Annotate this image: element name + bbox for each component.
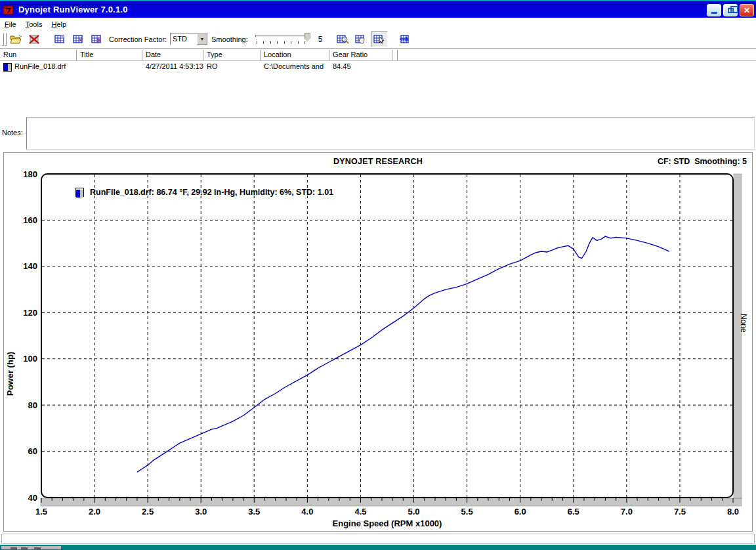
x-tick-label: 5.5 [461, 507, 473, 517]
x-axis-ruler [41, 498, 742, 506]
y-tick-label: 180 [23, 169, 37, 179]
graph-layout-1-button[interactable] [51, 32, 68, 47]
window-title: Dynojet RunViewer 7.0.1.0 [18, 5, 128, 14]
menu-bar: File Tools Help [0, 18, 756, 30]
correction-factor-dropdown[interactable]: STD ▼ [170, 33, 208, 45]
smoothing-slider-track[interactable] [255, 35, 309, 37]
correction-factor-value: STD [171, 33, 197, 45]
smoothing-slider-tick [277, 41, 278, 44]
column-header-gear-ratio[interactable]: Gear Ratio [329, 50, 392, 60]
x-tick-label: 4.0 [301, 507, 313, 517]
type-cell[interactable]: RO [203, 62, 261, 73]
y-tick-label: 40 [28, 493, 37, 503]
graph-layout-3-button[interactable] [88, 32, 105, 47]
smoothing-slider-tick [304, 41, 305, 44]
restore-button[interactable] [723, 4, 738, 16]
overlay-graph-button[interactable] [396, 32, 413, 47]
x-axis-label: Engine Speed (RPM x1000) [41, 518, 733, 528]
title-cell[interactable] [77, 62, 142, 73]
zoom-magnifier-icon [336, 33, 349, 45]
date-cell[interactable]: 4/27/2011 4:53:13 [142, 62, 203, 73]
graph-layout-2-button[interactable] [70, 32, 87, 47]
close-button[interactable]: ✕ [740, 4, 754, 16]
close-run-button[interactable] [26, 32, 43, 47]
chart-panel: DYNOJET RESEARCH CF: STD Smoothing: 5 1.… [3, 152, 753, 532]
run-list-header: Run Title Date Type Location Gear Ratio [0, 50, 756, 61]
pan-hand-icon [354, 33, 368, 45]
x-tick-label: 7.5 [674, 507, 686, 517]
y-tick-label: 80 [28, 400, 37, 410]
x-tick-label: 1.5 [35, 507, 47, 517]
legend-text: RunFile_018.drf: 86.74 °F, 29.92 in-Hg, … [90, 188, 333, 197]
select-graph-button[interactable] [371, 32, 388, 47]
smoothing-value: 5 [318, 35, 323, 44]
x-tick-label: 2.5 [142, 507, 154, 517]
x-tick-label: 3.5 [248, 507, 260, 517]
smoothing-slider-tick [263, 41, 264, 44]
pan-graph-button[interactable] [352, 32, 369, 47]
x-tick-label: 3.0 [195, 507, 207, 517]
right-axis-label: None [739, 314, 748, 366]
notes-input[interactable] [26, 117, 755, 150]
status-bar [1, 534, 755, 544]
column-header-type[interactable]: Type [203, 50, 261, 60]
minimize-icon [711, 12, 717, 14]
overlay-graph-icon [398, 33, 411, 45]
toolbar-separator [47, 32, 47, 47]
zoom-graph-button[interactable] [334, 32, 351, 47]
menu-help[interactable]: Help [47, 19, 71, 30]
run-filename: RunFile_018.drf [14, 62, 66, 70]
column-header-run[interactable]: Run [0, 50, 77, 60]
dynojet-logo-icon [3, 4, 14, 16]
smoothing-slider-tick [270, 41, 271, 44]
location-cell[interactable]: C:\Documents and [261, 62, 329, 73]
open-folder-icon [9, 33, 22, 45]
taskbar-start-partial[interactable] [1, 545, 61, 549]
column-header-date[interactable]: Date [142, 50, 203, 60]
x-tick-label: 6.0 [514, 507, 526, 517]
run-color-swatch [3, 63, 12, 72]
column-header-title[interactable]: Title [77, 50, 142, 60]
minimize-button[interactable] [707, 4, 721, 16]
smoothing-slider-tick [291, 41, 291, 44]
graph-layout-3-icon [90, 33, 103, 45]
menu-file[interactable]: File [0, 19, 21, 30]
restore-icon [728, 8, 734, 13]
menu-tools[interactable]: Tools [21, 19, 47, 30]
x-tick-label: 8.0 [727, 507, 739, 517]
notes-label: Notes: [2, 129, 23, 137]
window-controls: ✕ [707, 4, 754, 16]
toolbar-separator [392, 32, 392, 47]
y-axis-label: Power (hp) [5, 284, 15, 396]
chevron-down-icon[interactable]: ▼ [197, 33, 207, 45]
y-tick-label: 140 [23, 261, 37, 271]
y-tick-label: 100 [23, 354, 37, 364]
smoothing-label: Smoothing: [211, 35, 248, 43]
y-tick-label: 160 [23, 215, 37, 225]
close-run-icon [28, 33, 41, 45]
toolbar-grip[interactable] [5, 33, 7, 46]
taskbar-sliver[interactable] [0, 545, 756, 550]
smoothing-slider-tick [298, 41, 299, 44]
smoothing-slider-tick [257, 41, 257, 44]
title-bar[interactable]: Dynojet RunViewer 7.0.1.0 ✕ [0, 1, 756, 18]
y-tick-label: 120 [23, 308, 37, 318]
column-header-filler [392, 50, 398, 60]
toolbar-grip[interactable] [2, 33, 4, 46]
chart-legend: RunFile_018.drf: 86.74 °F, 29.92 in-Hg, … [75, 188, 333, 197]
smoothing-slider-thumb[interactable] [304, 33, 310, 42]
graph-layout-2-icon [72, 33, 85, 45]
run-cell[interactable]: RunFile_018.drf [0, 62, 77, 73]
graph-layout-1-icon [53, 33, 66, 45]
smoothing-slider[interactable] [254, 32, 312, 47]
open-run-button[interactable] [7, 32, 24, 47]
legend-color-swatch [75, 188, 84, 197]
plot-area[interactable]: 1.52.02.53.03.54.04.55.05.56.06.57.07.58… [4, 153, 752, 531]
x-tick-label: 6.5 [568, 507, 579, 517]
toolbar: Correction Factor: STD ▼ Smoothing: 5 [0, 30, 756, 49]
cursor-arrow-icon [373, 33, 386, 45]
column-header-location[interactable]: Location [261, 50, 329, 60]
correction-factor-label: Correction Factor: [109, 35, 167, 43]
table-row[interactable]: RunFile_018.drf 4/27/2011 4:53:13 RO C:\… [0, 62, 756, 73]
gear-ratio-cell[interactable]: 84.45 [329, 62, 392, 73]
